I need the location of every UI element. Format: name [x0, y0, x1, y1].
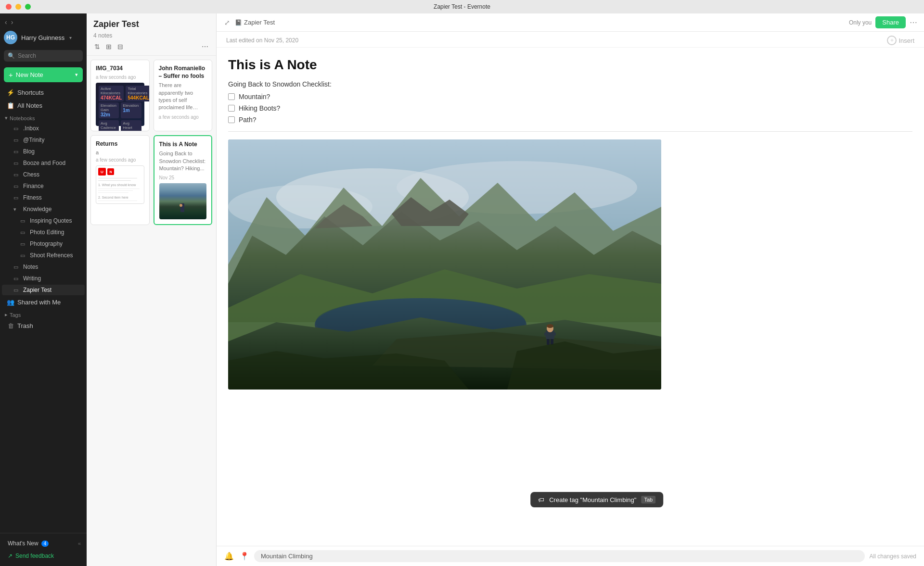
notebook-label: .Inbox [23, 125, 39, 132]
sidebar-item-shared[interactable]: 👥 Shared with Me [2, 296, 85, 308]
tags-header[interactable]: ▸ Tags [0, 309, 87, 319]
notebook-icon: ▭ [20, 252, 27, 259]
sidebar-item-inbox[interactable]: ▭ .Inbox [2, 123, 85, 134]
insert-icon: + [887, 36, 897, 45]
shortcuts-label: Shortcuts [17, 89, 44, 96]
checklist-item-2[interactable]: Path? [228, 116, 912, 124]
note-card-this-is-a-note[interactable]: This is A Note Going Back to Snowdon Che… [154, 135, 213, 226]
sidebar-item-all-notes[interactable]: 📋 All Notes [2, 100, 85, 112]
sidebar-item-chess[interactable]: ▭ Chess [2, 169, 85, 180]
window-title: Zapier Test - Evernote [434, 3, 490, 10]
note-preview: Going Back to Snowdon Checklist: Mountai… [159, 150, 207, 172]
notebook-label: Finance [23, 183, 44, 189]
sidebar-top: ‹ › [0, 13, 87, 29]
notebook-icon: ▭ [13, 287, 20, 293]
new-note-button[interactable]: + New Note ▾ [4, 67, 83, 82]
checkbox-path[interactable] [228, 116, 235, 123]
checklist-item-1[interactable]: Hiking Boots? [228, 104, 912, 112]
user-profile[interactable]: HG Harry Guinness ▾ [0, 29, 87, 48]
sort-icon[interactable]: ⇅ [93, 42, 101, 51]
note-title: Returns [96, 140, 144, 148]
notebook-icon: ▭ [20, 241, 27, 247]
checkbox-mountain[interactable] [228, 93, 235, 100]
sidebar-item-shoot-references[interactable]: ▭ Shoot Refrences [2, 250, 85, 261]
note-list-panel: Zapier Test 4 notes ⇅ ⊞ ⊟ ⋯ IMG_7034 a f… [87, 13, 217, 566]
search-icon: 🔍 [8, 52, 15, 59]
editor-panel: ⤢ 📓 Zapier Test Only you Share ⋯ Last ed… [217, 13, 924, 566]
checkbox-hiking-boots[interactable] [228, 105, 235, 112]
tag-icon: 🏷 [538, 496, 544, 503]
tag-input[interactable]: Mountain Climbing [254, 550, 865, 562]
share-button[interactable]: Share [875, 16, 906, 28]
note-preview-a: a [96, 150, 144, 155]
insert-button[interactable]: + Insert [887, 36, 914, 45]
whats-new-badge: 4 [41, 541, 49, 547]
sidebar-item-inspiring-quotes[interactable]: ▭ Inspiring Quotes [2, 215, 85, 226]
sidebar-item-writing[interactable]: ▭ Writing [2, 273, 85, 284]
editor-meta: Last edited on Nov 25, 2020 + Insert [217, 32, 924, 48]
expand-icon[interactable]: ⤢ [223, 18, 231, 27]
notebook-label: Shoot Refrences [30, 252, 73, 259]
shared-icon: 👥 [7, 299, 14, 306]
search-placeholder: Search [18, 52, 36, 59]
notebook-icon: ▭ [13, 276, 20, 282]
sidebar-item-photo-editing[interactable]: ▭ Photo Editing [2, 227, 85, 238]
notebook-icon: ▭ [13, 160, 20, 166]
sidebar-item-notes[interactable]: ▭ Notes [2, 262, 85, 272]
saved-status: All changes saved [870, 553, 916, 560]
all-notes-icon: 📋 [7, 102, 14, 109]
tags-collapse-icon: ▸ [5, 312, 8, 318]
note-card-returns[interactable]: Returns a a few seconds ago U N 1. What … [90, 135, 150, 226]
minimize-button[interactable] [15, 4, 21, 10]
note-list-toolbar: ⇅ ⊞ ⊟ ⋯ [93, 42, 209, 51]
note-card-img-7034[interactable]: IMG_7034 a few seconds ago Active Kiloca… [90, 60, 150, 131]
notebook-label: Writing [23, 275, 41, 282]
notebook-icon: ▭ [20, 218, 27, 224]
sidebar-item-photography[interactable]: ▭ Photography [2, 239, 85, 249]
send-feedback-button[interactable]: ↗ Send feedback [4, 550, 83, 562]
notebooks-header[interactable]: ▾ Notebooks [0, 112, 87, 123]
trash-label: Trash [17, 322, 33, 329]
sidebar-collapse-button[interactable]: « [76, 539, 83, 548]
whats-new-button[interactable]: What's New 4 [4, 537, 52, 550]
user-chevron-icon: ▾ [69, 35, 72, 40]
bell-icon[interactable]: 🔔 [224, 552, 234, 561]
notebook-icon: ▭ [20, 229, 27, 236]
sidebar-item-knowledge[interactable]: ▾ Knowledge [2, 204, 85, 214]
sidebar-item-trinity[interactable]: ▭ @Trinity [2, 135, 85, 145]
editor-bottom-bar: 🔔 📍 Mountain Climbing All changes saved [217, 546, 924, 566]
fitness-image: Active Kilocalories 474KCAL Total Kiloca… [96, 83, 144, 126]
more-options-icon[interactable]: ⋯ [910, 18, 917, 27]
editor-content[interactable]: This is A Note Going Back to Snowdon Che… [217, 48, 924, 546]
note-time: Nov 25 [159, 175, 207, 180]
sidebar-item-fitness[interactable]: ▭ Fitness [2, 192, 85, 203]
more-options-icon[interactable]: ⋯ [201, 42, 209, 51]
titlebar: Zapier Test - Evernote [0, 0, 924, 13]
sidebar-item-blog[interactable]: ▭ Blog [2, 146, 85, 157]
note-list-header: Zapier Test 4 notes ⇅ ⊞ ⊟ ⋯ [87, 13, 216, 56]
sidebar-item-booze-food[interactable]: ▭ Booze and Food [2, 158, 85, 168]
whats-new-label: What's New [8, 540, 38, 547]
sidebar-item-finance[interactable]: ▭ Finance [2, 181, 85, 191]
note-card-john-romaniello[interactable]: John Romaniello – Suffer no fools There … [154, 60, 213, 131]
sidebar-item-shortcuts[interactable]: ⚡ Shortcuts [2, 87, 85, 99]
checklist-item-0[interactable]: Mountain? [228, 93, 912, 101]
sidebar: ‹ › HG Harry Guinness ▾ 🔍 Search + New N… [0, 13, 87, 566]
close-button[interactable] [6, 4, 12, 10]
sidebar-item-trash[interactable]: 🗑 Trash [2, 320, 85, 332]
filter-icon[interactable]: ⊞ [105, 42, 113, 51]
notebook-label: @Trinity [23, 137, 44, 143]
grid-view-icon[interactable]: ⊟ [116, 42, 124, 51]
new-note-chevron-icon: ▾ [75, 72, 78, 78]
search-box[interactable]: 🔍 Search [4, 50, 83, 62]
forward-arrow-icon[interactable]: › [10, 17, 14, 27]
maximize-button[interactable] [25, 4, 31, 10]
window-controls [6, 4, 31, 10]
location-icon[interactable]: 📍 [240, 552, 249, 561]
breadcrumb: 📓 Zapier Test [235, 19, 275, 26]
sidebar-item-zapier-test[interactable]: ▭ Zapier Test [2, 285, 85, 295]
notebook-icon: ▭ [13, 264, 20, 270]
back-arrow-icon[interactable]: ‹ [4, 17, 8, 27]
notebook-icon: ▭ [13, 195, 20, 201]
checklist-heading: Going Back to Snowdon Checklist: [228, 80, 912, 88]
